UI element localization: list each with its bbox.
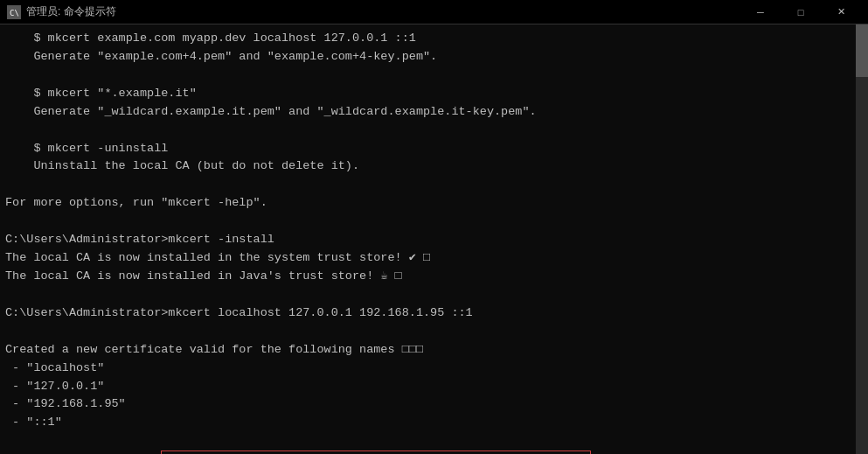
line-1: $ mkcert example.com myapp.dev localhost… [5, 30, 863, 48]
line-16: C:\Users\Administrator>mkcert localhost … [5, 304, 863, 323]
terminal-body: $ mkcert example.com myapp.dev localhost… [0, 24, 868, 454]
line-3 [5, 66, 863, 85]
line-20: - "127.0.0.1" [5, 378, 863, 396]
line-12: C:\Users\Administrator>mkcert -install [5, 231, 863, 249]
line-21: - "192.168.1.95" [5, 395, 863, 414]
line-19: - "localhost" [5, 360, 863, 378]
scrollbar-thumb[interactable] [856, 24, 868, 77]
terminal-output: $ mkcert example.com myapp.dev localhost… [5, 30, 863, 454]
title-bar-left: C\ 管理员: 命令提示符 [7, 4, 116, 19]
close-button[interactable]: ✕ [821, 0, 861, 24]
line-6 [5, 122, 863, 140]
scrollbar[interactable] [856, 24, 868, 454]
certificate-highlight: "./localhost+3.pem" and the key at "./lo… [161, 451, 591, 454]
line-17 [5, 323, 863, 341]
line-8: Uninstall the local CA (but do not delet… [5, 157, 863, 176]
line-10: For more options, run "mkcert -help". [5, 194, 863, 213]
maximize-button[interactable]: □ [781, 0, 821, 24]
window-controls: ─ □ ✕ [740, 0, 861, 24]
line-9 [5, 176, 863, 194]
cmd-icon: C\ [7, 5, 21, 19]
line-14: The local CA is now installed in Java's … [5, 268, 863, 286]
svg-text:C\: C\ [10, 9, 19, 17]
line-certificate: The certificate is at "./localhost+3.pem… [5, 451, 863, 454]
line-11 [5, 213, 863, 231]
line-23 [5, 432, 863, 451]
window-title: 管理员: 命令提示符 [26, 4, 116, 19]
line-4: $ mkcert "*.example.it" [5, 85, 863, 103]
line-7: $ mkcert -uninstall [5, 140, 863, 158]
line-15 [5, 286, 863, 304]
line-2: Generate "example.com+4.pem" and "exampl… [5, 48, 863, 66]
title-bar: C\ 管理员: 命令提示符 ─ □ ✕ [0, 0, 868, 24]
line-13: The local CA is now installed in the sys… [5, 249, 863, 268]
line-5: Generate "_wildcard.example.it.pem" and … [5, 103, 863, 122]
line-22: - "::1" [5, 414, 863, 432]
window: C\ 管理员: 命令提示符 ─ □ ✕ $ mkcert example.com… [0, 0, 868, 454]
line-18: Created a new certificate valid for the … [5, 341, 863, 360]
minimize-button[interactable]: ─ [740, 0, 781, 24]
